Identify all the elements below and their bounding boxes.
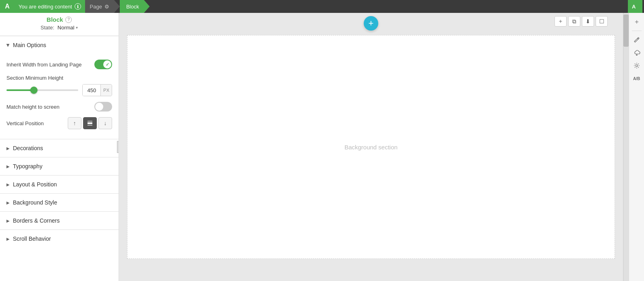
- svg-rect-2: [88, 121, 92, 122]
- page-nav-item[interactable]: Page ⚙: [85, 0, 114, 13]
- toggle-track: ✓: [94, 60, 112, 69]
- top-right-logo: A: [628, 0, 642, 13]
- height-unit: PX: [100, 85, 112, 96]
- rt-divider: [632, 31, 642, 31]
- block-arrow: [144, 0, 150, 13]
- canvas-section: Background section: [127, 35, 615, 259]
- slider-row: PX: [6, 84, 112, 96]
- layout-position-header[interactable]: ▶ Layout & Position: [0, 176, 119, 193]
- match-height-toggle[interactable]: [94, 102, 112, 112]
- toggle-track-off: [94, 102, 112, 112]
- main-options-section: ▶ Main Options Inherit Width from Landin…: [0, 36, 119, 139]
- scroll-behavior-header[interactable]: ▶ Scroll Behavior: [0, 230, 119, 248]
- block-header: Block ? State: Normal ▾: [0, 13, 119, 36]
- canvas-area: + ＋ ⧉ ⬇ ☐ Background section: [119, 13, 623, 281]
- rt-pen-btn[interactable]: [631, 34, 642, 45]
- top-bar: A You are editing content ℹ Page ⚙ Block…: [0, 0, 644, 13]
- typography-header[interactable]: ▶ Typography: [0, 157, 119, 175]
- rt-plus-btn[interactable]: ＋: [631, 16, 642, 27]
- editing-banner: You are editing content ℹ: [15, 0, 85, 13]
- right-toolbar: ＋ A/B: [629, 13, 644, 281]
- sidebar: Block ? State: Normal ▾ ▶ Main Options I…: [0, 13, 119, 281]
- main-layout: Block ? State: Normal ▾ ▶ Main Options I…: [0, 13, 644, 281]
- vertical-position-row: Vertical Position ↑ ↓: [6, 114, 112, 132]
- height-input[interactable]: [83, 85, 100, 96]
- inherit-width-row: Inherit Width from Landing Page ✓: [6, 57, 112, 72]
- nav-arrow: [114, 0, 120, 13]
- canvas-tool-copy[interactable]: ⧉: [568, 16, 580, 27]
- logo: A: [0, 0, 15, 13]
- chevron-icon: ▶: [6, 237, 10, 241]
- help-icon[interactable]: ?: [65, 17, 72, 23]
- info-icon[interactable]: ℹ: [75, 3, 81, 10]
- height-input-group: PX: [82, 84, 112, 96]
- toggle-thumb: ✓: [103, 60, 111, 68]
- layout-position-section: ▶ Layout & Position: [0, 175, 119, 193]
- canvas-tool-btns: ＋ ⧉ ⬇ ☐: [554, 16, 608, 27]
- scrollbar-thumb[interactable]: [623, 14, 629, 47]
- main-options-header[interactable]: ▶ Main Options: [0, 36, 119, 54]
- height-slider[interactable]: [6, 86, 78, 94]
- scroll-behavior-section: ▶ Scroll Behavior: [0, 229, 119, 248]
- svg-rect-1: [88, 122, 92, 124]
- canvas-add-btn-container: +: [364, 16, 378, 31]
- svg-point-4: [636, 65, 638, 67]
- typography-section: ▶ Typography: [0, 157, 119, 175]
- chevron-icon: ▶: [6, 43, 10, 47]
- state-dropdown[interactable]: Normal ▾: [58, 25, 78, 31]
- vpos-bottom-btn[interactable]: ↓: [98, 117, 112, 129]
- section-min-height: Section Minimum Height PX: [6, 72, 112, 99]
- canvas-tool-add[interactable]: ＋: [554, 16, 567, 27]
- borders-corners-header[interactable]: ▶ Borders & Corners: [0, 212, 119, 229]
- svg-text:A: A: [632, 4, 636, 10]
- block-title: Block ?: [6, 16, 112, 23]
- top-bar-right: A: [628, 0, 644, 13]
- background-style-header[interactable]: ▶ Background Style: [0, 194, 119, 211]
- background-style-section: ▶ Background Style: [0, 193, 119, 211]
- vpos-middle-btn[interactable]: [83, 117, 97, 129]
- vpos-top-btn[interactable]: ↑: [68, 117, 81, 129]
- slider-thumb[interactable]: [30, 87, 38, 94]
- chevron-icon: ▶: [6, 200, 10, 205]
- canvas-add-btn[interactable]: +: [364, 16, 378, 31]
- inherit-width-toggle[interactable]: ✓: [94, 60, 112, 69]
- vpos-buttons: ↑ ↓: [68, 117, 112, 129]
- chevron-icon: ▶: [6, 182, 10, 187]
- main-options-content: Inherit Width from Landing Page ✓ Sectio…: [0, 54, 119, 139]
- top-nav: Page ⚙ Block: [85, 0, 150, 13]
- chevron-icon: ▶: [6, 164, 10, 169]
- borders-corners-section: ▶ Borders & Corners: [0, 211, 119, 229]
- toggle-thumb-off: [95, 103, 103, 111]
- chevron-down-icon: ▾: [76, 25, 78, 30]
- canvas-tool-frame[interactable]: ☐: [596, 16, 608, 27]
- rt-ab-btn[interactable]: A/B: [631, 73, 642, 84]
- rt-gear-btn[interactable]: [631, 60, 642, 71]
- match-height-row: Match height to screen: [6, 99, 112, 114]
- state-row: State: Normal ▾: [6, 23, 112, 34]
- rt-cloud-btn[interactable]: [631, 47, 642, 58]
- chevron-icon: ▶: [6, 146, 10, 151]
- canvas-section-label: Background section: [344, 144, 398, 151]
- decorations-section: ▶ Decorations: [0, 139, 119, 157]
- svg-rect-3: [88, 125, 92, 126]
- canvas-tool-download[interactable]: ⬇: [582, 16, 594, 27]
- slider-track: [6, 89, 78, 91]
- decorations-header[interactable]: ▶ Decorations: [0, 139, 119, 157]
- scrollbar[interactable]: [623, 13, 629, 281]
- block-nav-item[interactable]: Block: [120, 0, 144, 13]
- page-gear-icon[interactable]: ⚙: [104, 4, 109, 10]
- chevron-icon: ▶: [6, 219, 10, 223]
